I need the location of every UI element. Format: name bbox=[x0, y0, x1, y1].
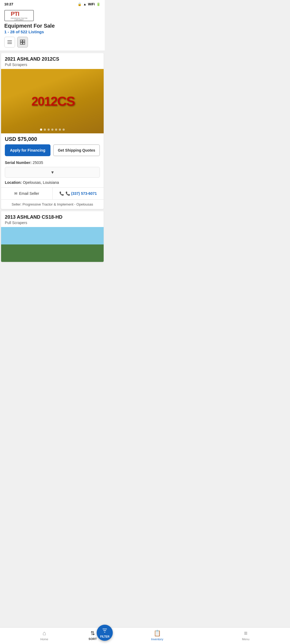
get-shipping-button[interactable]: Get Shipping Quotes bbox=[53, 144, 100, 156]
svg-rect-5 bbox=[20, 42, 22, 44]
serial-number-row: Serial Number: 25035 bbox=[1, 159, 104, 166]
logo-subtitle: PROGRESSIVE TRACTOR& IMPLEMENT bbox=[11, 17, 27, 21]
status-time: 10:27 bbox=[4, 2, 13, 6]
phone-number: 📞 (337) 573-6071 bbox=[66, 191, 97, 196]
signal-icon: ▲ bbox=[83, 2, 86, 6]
listing-2-category: Pull Scrapers bbox=[5, 221, 100, 225]
listing-card-2: 2013 ASHLAND CS18-HD Pull Scrapers bbox=[1, 211, 104, 262]
dot-2 bbox=[44, 129, 46, 131]
email-icon: ✉ bbox=[14, 191, 17, 196]
status-icons: 🔒 ▲ WiFi 🔋 bbox=[78, 2, 100, 6]
listing-1-price: USD $75,000 bbox=[1, 133, 104, 144]
logo-box: PTI PROGRESSIVE TRACTOR& IMPLEMENT bbox=[4, 10, 34, 21]
header: PTI PROGRESSIVE TRACTOR& IMPLEMENT Equip… bbox=[0, 7, 105, 51]
grid-view-button[interactable] bbox=[17, 37, 28, 47]
logo-pti: PTI bbox=[11, 10, 27, 17]
listing-1-title: 2021 ASHLAND 2012CS bbox=[5, 56, 100, 62]
listing-card-1: 2021 ASHLAND 2012CS Pull Scrapers 2012CS… bbox=[1, 53, 104, 209]
apply-financing-button[interactable]: Apply for Financing bbox=[5, 144, 50, 156]
listing-1-image[interactable]: 2012CS bbox=[1, 69, 104, 133]
email-seller-label: Email Seller bbox=[19, 191, 39, 196]
listings-count: 1 - 28 of 522 Listings bbox=[4, 30, 100, 34]
lock-icon: 🔒 bbox=[78, 2, 82, 6]
battery-icon: 🔋 bbox=[96, 2, 100, 6]
view-toggles bbox=[4, 37, 100, 47]
dot-indicators bbox=[40, 129, 65, 131]
contact-buttons: ✉ Email Seller 📞 📞 (337) 573-6071 bbox=[1, 187, 104, 199]
chevron-down-icon: ▾ bbox=[51, 169, 54, 175]
action-buttons: Apply for Financing Get Shipping Quotes bbox=[5, 144, 100, 156]
listing-1-category: Pull Scrapers bbox=[5, 63, 100, 67]
page-title: Equipment For Sale bbox=[4, 23, 100, 29]
expand-details-button[interactable]: ▾ bbox=[5, 167, 100, 178]
seller-info: Seller: Progressive Tractor & Implement … bbox=[1, 199, 104, 209]
listing-2-image[interactable] bbox=[1, 227, 104, 262]
status-bar: 10:27 🔒 ▲ WiFi 🔋 bbox=[0, 0, 105, 7]
dot-3 bbox=[48, 129, 50, 131]
list-view-button[interactable] bbox=[4, 37, 15, 47]
wifi-icon: WiFi bbox=[88, 2, 95, 6]
listing-1-header: 2021 ASHLAND 2012CS Pull Scrapers bbox=[1, 53, 104, 69]
dot-6 bbox=[59, 129, 61, 131]
logo-area: PTI PROGRESSIVE TRACTOR& IMPLEMENT bbox=[4, 10, 100, 21]
listing-1-image-text: 2012CS bbox=[31, 93, 75, 109]
phone-icon: 📞 bbox=[59, 191, 64, 196]
email-seller-button[interactable]: ✉ Email Seller bbox=[1, 188, 53, 199]
location-value: Opelousas, Louisiana bbox=[23, 180, 59, 185]
dot-7 bbox=[63, 129, 65, 131]
phone-button[interactable]: 📞 📞 (337) 573-6071 bbox=[53, 188, 104, 199]
listing-2-header: 2013 ASHLAND CS18-HD Pull Scrapers bbox=[1, 211, 104, 227]
location-label: Location: bbox=[5, 180, 22, 185]
dot-5 bbox=[55, 129, 57, 131]
listing-2-title: 2013 ASHLAND CS18-HD bbox=[5, 214, 100, 220]
dot-1 bbox=[40, 129, 42, 131]
svg-rect-3 bbox=[20, 40, 22, 42]
svg-rect-4 bbox=[23, 40, 25, 42]
listings-content: 2021 ASHLAND 2012CS Pull Scrapers 2012CS… bbox=[0, 53, 105, 286]
location-row: Location: Opelousas, Louisiana bbox=[1, 179, 104, 187]
serial-value: 25035 bbox=[32, 160, 43, 165]
dot-4 bbox=[51, 129, 53, 131]
svg-rect-6 bbox=[23, 42, 25, 44]
serial-label: Serial Number: bbox=[5, 160, 32, 165]
